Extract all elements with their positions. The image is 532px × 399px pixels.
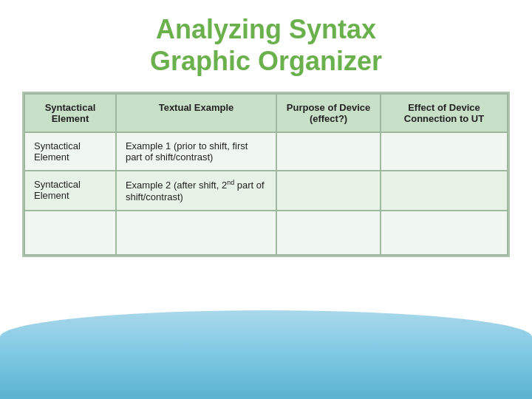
header-col2: Textual Example [116, 94, 276, 132]
title-line1: Analyzing Syntax [156, 14, 376, 44]
table-row: Syntactical Element Example 2 (after shi… [24, 171, 508, 210]
row2-col2: Example 2 (after shift, 2nd part of shif… [116, 171, 276, 210]
row3-col3 [276, 211, 381, 255]
page-container: Analyzing Syntax Graphic Organizer Synta… [0, 0, 532, 399]
table-header-row: Syntactical Element Textual Example Purp… [24, 94, 508, 132]
row1-col4 [381, 132, 508, 171]
header-col3: Purpose of Device (effect?) [276, 94, 381, 132]
table-wrapper: Syntactical Element Textual Example Purp… [22, 92, 510, 256]
row3-col1 [24, 211, 116, 255]
row3-col2 [116, 211, 276, 255]
row1-col2: Example 1 (prior to shift, first part of… [116, 132, 276, 171]
page-title: Analyzing Syntax Graphic Organizer [150, 13, 382, 77]
organizer-table: Syntactical Element Textual Example Purp… [24, 93, 508, 255]
row3-col4 [381, 211, 508, 255]
table-row [24, 211, 508, 255]
title-line2: Graphic Organizer [150, 46, 382, 76]
table-row: Syntactical Element Example 1 (prior to … [24, 132, 508, 171]
row2-col1: Syntactical Element [24, 171, 116, 210]
row1-col3 [276, 132, 381, 171]
header-col1: Syntactical Element [24, 94, 116, 132]
row2-col3 [276, 171, 381, 210]
title-container: Analyzing Syntax Graphic Organizer [150, 13, 382, 77]
row2-col4 [381, 171, 508, 210]
header-col4: Effect of Device Connection to UT [381, 94, 508, 132]
row1-col1: Syntactical Element [24, 132, 116, 171]
